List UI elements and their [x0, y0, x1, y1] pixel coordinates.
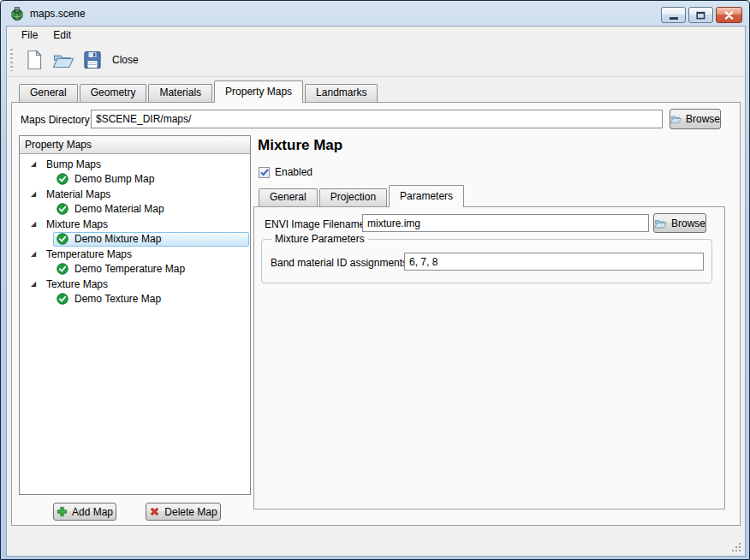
new-scene-button[interactable] — [20, 46, 49, 74]
tree-item-demo-material-map[interactable]: Demo Material Map — [20, 202, 250, 217]
tree-body: ◢ Bump Maps Demo Bump Map ◢ — [20, 154, 250, 307]
maximize-icon — [696, 11, 705, 20]
tree-item-demo-mixture-map[interactable]: Demo Mixture Map — [20, 232, 250, 247]
band-assignments-label: Band material ID assignments — [271, 257, 408, 269]
title-bar: maps.scene — [1, 1, 749, 26]
save-icon — [82, 50, 103, 70]
toolbar: Close — [7, 44, 745, 77]
tab-landmarks[interactable]: Landmarks — [305, 84, 378, 102]
tree-group-texture-maps[interactable]: ◢ Texture Maps — [20, 277, 250, 292]
green-check-icon — [57, 263, 68, 275]
open-scene-button[interactable] — [49, 46, 78, 74]
tree-item-demo-bump-map[interactable]: Demo Bump Map — [20, 172, 250, 188]
open-folder-icon — [52, 50, 74, 70]
browse-folder-icon — [670, 113, 682, 125]
expand-arrow-icon[interactable]: ◢ — [31, 281, 41, 288]
expand-arrow-icon[interactable]: ◢ — [31, 161, 41, 168]
status-bar — [7, 528, 745, 556]
toolbar-drag-handle[interactable] — [10, 49, 13, 71]
menu-bar: File Edit — [7, 27, 745, 44]
minimize-icon — [670, 17, 678, 20]
subtab-projection[interactable]: Projection — [319, 188, 387, 206]
close-button[interactable] — [716, 7, 742, 23]
tree-item-demo-texture-map[interactable]: Demo Texture Map — [20, 292, 250, 307]
tab-property-maps[interactable]: Property Maps — [214, 80, 303, 103]
groupbox-title: Mixture Parameters — [271, 233, 368, 245]
save-scene-button[interactable] — [78, 46, 107, 74]
green-check-icon — [57, 173, 68, 185]
window-title: maps.scene — [30, 8, 86, 20]
browse-folder-icon — [654, 217, 667, 229]
menu-edit[interactable]: Edit — [45, 27, 79, 43]
tab-geometry[interactable]: Geometry — [80, 84, 147, 102]
tree-group-temperature-maps[interactable]: ◢ Temperature Maps — [20, 247, 250, 262]
window-controls — [661, 7, 742, 23]
browse-button-label: Browse — [686, 113, 720, 125]
green-check-icon — [57, 203, 68, 215]
mixture-parameters-group: Mixture Parameters Band material ID assi… — [261, 239, 712, 283]
new-document-icon — [25, 50, 44, 70]
envi-filename-label: ENVI Image Filename — [265, 218, 365, 230]
maximize-button[interactable] — [688, 7, 713, 23]
expand-arrow-icon[interactable]: ◢ — [31, 221, 41, 228]
app-window: maps.scene File Edit — [0, 0, 750, 560]
close-icon — [724, 11, 734, 20]
map-tab-strip: General Projection Parameters — [259, 185, 466, 206]
detail-title: Mixture Map — [258, 137, 342, 154]
main-tab-strip: General Geometry Materials Property Maps… — [19, 80, 379, 102]
envi-filename-input[interactable] — [362, 214, 649, 232]
tree-group-mixture-maps[interactable]: ◢ Mixture Maps — [20, 217, 250, 232]
resize-grip[interactable] — [731, 542, 742, 553]
tab-materials[interactable]: Materials — [148, 84, 212, 102]
window-body: File Edit — [6, 26, 746, 557]
tab-general[interactable]: General — [19, 84, 78, 102]
tree-item-demo-temperature-map[interactable]: Demo Temperature Map — [20, 262, 250, 277]
tree-header: Property Maps — [20, 136, 250, 154]
parameters-page: ENVI Image Filename Browse Mixture Param… — [253, 206, 725, 509]
menu-file[interactable]: File — [14, 27, 45, 43]
maps-directory-label: Maps Directory — [21, 114, 90, 126]
maps-directory-input[interactable] — [91, 110, 663, 128]
green-check-icon — [57, 233, 68, 245]
checkbox-check-icon — [260, 169, 269, 176]
band-assignments-input[interactable] — [404, 253, 704, 271]
add-map-button[interactable]: Add Map — [53, 503, 116, 521]
subtab-general[interactable]: General — [259, 188, 318, 206]
expand-arrow-icon[interactable]: ◢ — [31, 251, 41, 258]
expand-arrow-icon[interactable]: ◢ — [31, 191, 41, 198]
property-maps-page: Maps Directory Browse Property Maps ◢ Bu… — [11, 102, 741, 526]
enabled-row: Enabled — [259, 166, 312, 178]
enabled-checkbox[interactable] — [259, 167, 270, 178]
red-x-icon — [149, 506, 160, 517]
envi-browse-button[interactable]: Browse — [653, 213, 706, 233]
maps-directory-browse-button[interactable]: Browse — [670, 109, 721, 129]
enabled-label: Enabled — [275, 166, 312, 178]
plus-icon — [57, 506, 68, 517]
app-globe-icon — [10, 7, 24, 21]
tree-group-bump-maps[interactable]: ◢ Bump Maps — [20, 157, 250, 172]
minimize-button[interactable] — [661, 7, 686, 23]
subtab-parameters[interactable]: Parameters — [389, 185, 464, 207]
green-check-icon — [57, 293, 68, 305]
browse-button-label: Browse — [671, 217, 705, 229]
delete-map-button[interactable]: Delete Map — [146, 503, 221, 521]
property-maps-tree: Property Maps ◢ Bump Maps Demo Bump Map — [19, 135, 251, 495]
tree-group-material-maps[interactable]: ◢ Material Maps — [20, 187, 250, 202]
toolbar-close-button[interactable]: Close — [107, 54, 147, 66]
